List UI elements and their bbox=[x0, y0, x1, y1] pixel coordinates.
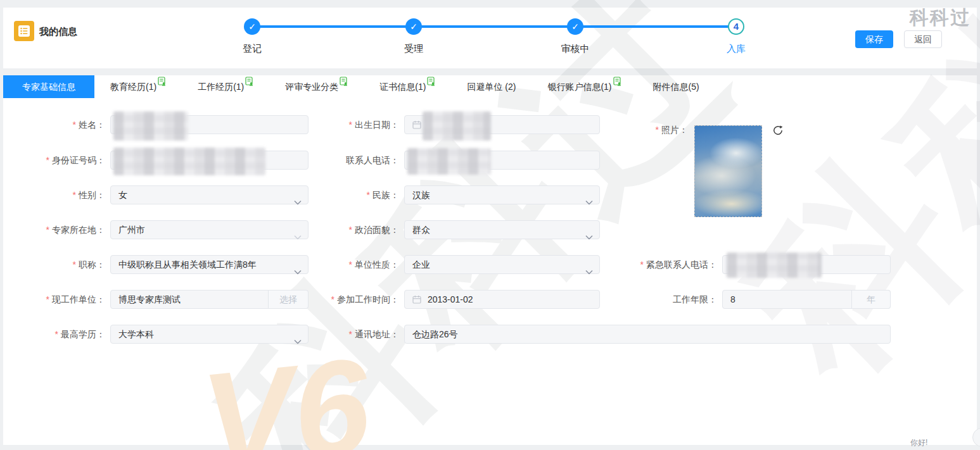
chevron-down-icon bbox=[294, 332, 302, 350]
contact-phone-input[interactable] bbox=[404, 151, 600, 170]
location-select[interactable]: 广州市 bbox=[110, 220, 309, 239]
address-input[interactable]: 仓边路26号 bbox=[404, 325, 891, 344]
name-label: *姓名： bbox=[13, 115, 105, 134]
photo-preview[interactable] bbox=[694, 125, 762, 217]
work-start-input[interactable]: 2013-01-02 bbox=[404, 290, 600, 309]
unit-type-select[interactable]: 企业 bbox=[404, 255, 600, 274]
chevron-down-icon bbox=[585, 228, 593, 246]
gender-label: *性别： bbox=[13, 185, 105, 204]
page: 科科过 科科过 科科过 V6 我的信息 保存 返回 ✓ ✓ ✓ 4 登记 受理 … bbox=[0, 0, 980, 450]
step-dot-2: ✓ bbox=[405, 18, 422, 35]
list-icon bbox=[18, 25, 30, 37]
unit-type-label: *单位性质： bbox=[310, 255, 399, 274]
chevron-down-icon bbox=[585, 193, 593, 211]
stepper-line bbox=[252, 25, 736, 28]
check-icon: ✓ bbox=[248, 22, 256, 32]
chevron-down-icon bbox=[585, 263, 593, 280]
redacted-value bbox=[113, 147, 265, 175]
chevron-down-icon bbox=[294, 263, 302, 280]
birth-date-input[interactable] bbox=[404, 115, 600, 134]
redacted-value bbox=[727, 253, 822, 278]
save-button[interactable]: 保存 bbox=[855, 30, 893, 48]
job-title-select[interactable]: 中级职称且从事相关领域工作满8年 bbox=[110, 255, 309, 274]
tab-basic-info[interactable]: 专家基础信息 bbox=[3, 75, 94, 98]
chevron-down-icon bbox=[294, 193, 302, 211]
check-icon: ✓ bbox=[571, 22, 579, 32]
gender-select[interactable]: 女 bbox=[110, 185, 309, 204]
education-label: *最高学历： bbox=[13, 325, 105, 344]
choose-button[interactable]: 选择 bbox=[268, 290, 309, 309]
step-label-accept: 受理 bbox=[376, 43, 452, 55]
redacted-value bbox=[407, 148, 491, 175]
ethnicity-select[interactable]: 汉族 bbox=[404, 185, 600, 204]
political-status-select[interactable]: 群众 bbox=[404, 220, 600, 239]
step-number: 4 bbox=[734, 21, 739, 32]
certificate-person-icon bbox=[613, 72, 621, 94]
emergency-phone-input[interactable] bbox=[722, 255, 891, 274]
step-label-stored: 入库 bbox=[698, 43, 774, 55]
name-input[interactable] bbox=[110, 115, 309, 134]
id-number-label: *身份证号码： bbox=[13, 151, 105, 170]
tab-work-history[interactable]: 工作经历(1) bbox=[182, 75, 269, 98]
work-unit-input[interactable]: 博思专家库测试 选择 bbox=[110, 290, 309, 309]
step-label-register: 登记 bbox=[214, 43, 290, 55]
refresh-icon[interactable] bbox=[772, 124, 784, 137]
tab-bank-account[interactable]: 银行账户信息(1) bbox=[531, 75, 637, 98]
work-unit-label: *现工作单位： bbox=[13, 290, 105, 309]
step-dot-3: ✓ bbox=[567, 18, 583, 35]
redacted-value bbox=[113, 111, 188, 141]
tab-certificates[interactable]: 证书信息(1) bbox=[364, 75, 451, 98]
photo-label: *照片： bbox=[602, 120, 688, 139]
certificate-person-icon bbox=[158, 72, 166, 94]
ethnicity-label: *民族： bbox=[310, 185, 399, 204]
redacted-value bbox=[423, 111, 491, 141]
header-card-bg bbox=[3, 8, 977, 68]
tab-review-category[interactable]: 评审专业分类 bbox=[269, 75, 364, 98]
page-title: 我的信息 bbox=[39, 26, 77, 38]
contact-phone-label: 联系人电话： bbox=[310, 151, 399, 170]
my-info-icon bbox=[14, 21, 34, 41]
id-number-input[interactable] bbox=[110, 151, 309, 170]
tab-education[interactable]: 教育经历(1) bbox=[94, 75, 182, 98]
tab-attachments[interactable]: 附件信息(5) bbox=[637, 75, 715, 98]
job-title-label: *职称： bbox=[13, 255, 105, 274]
emergency-phone-label: *紧急联系人电话： bbox=[595, 255, 717, 274]
education-select[interactable]: 大学本科 bbox=[110, 325, 309, 344]
location-label: *专家所在地： bbox=[13, 220, 105, 239]
step-dot-1: ✓ bbox=[244, 18, 260, 35]
year-suffix: 年 bbox=[851, 290, 891, 309]
check-icon: ✓ bbox=[410, 22, 417, 32]
calendar-icon bbox=[412, 121, 421, 131]
back-button[interactable]: 返回 bbox=[904, 30, 942, 48]
birth-date-label: *出生日期： bbox=[310, 115, 399, 134]
chevron-down-icon bbox=[294, 228, 302, 246]
certificate-person-icon bbox=[340, 72, 348, 94]
calendar-icon bbox=[412, 296, 421, 306]
work-years-input[interactable]: 8 年 bbox=[722, 290, 891, 309]
work-start-label: *参加工作时间： bbox=[310, 290, 399, 309]
certificate-person-icon bbox=[245, 72, 253, 94]
address-label: *通讯地址： bbox=[310, 325, 399, 344]
step-label-review: 审核中 bbox=[537, 43, 613, 55]
certificate-person-icon bbox=[427, 72, 435, 94]
greeting-text: 你好! bbox=[910, 437, 927, 448]
political-status-label: *政治面貌： bbox=[310, 220, 399, 239]
step-dot-4: 4 bbox=[728, 18, 744, 35]
work-years-label: 工作年限： bbox=[595, 290, 717, 309]
tab-avoid-units[interactable]: 回避单位 (2) bbox=[451, 75, 531, 98]
tab-bar: 专家基础信息 教育经历(1) 工作经历(1) 评审专业分类 证书信息(1) 回避… bbox=[3, 75, 977, 98]
